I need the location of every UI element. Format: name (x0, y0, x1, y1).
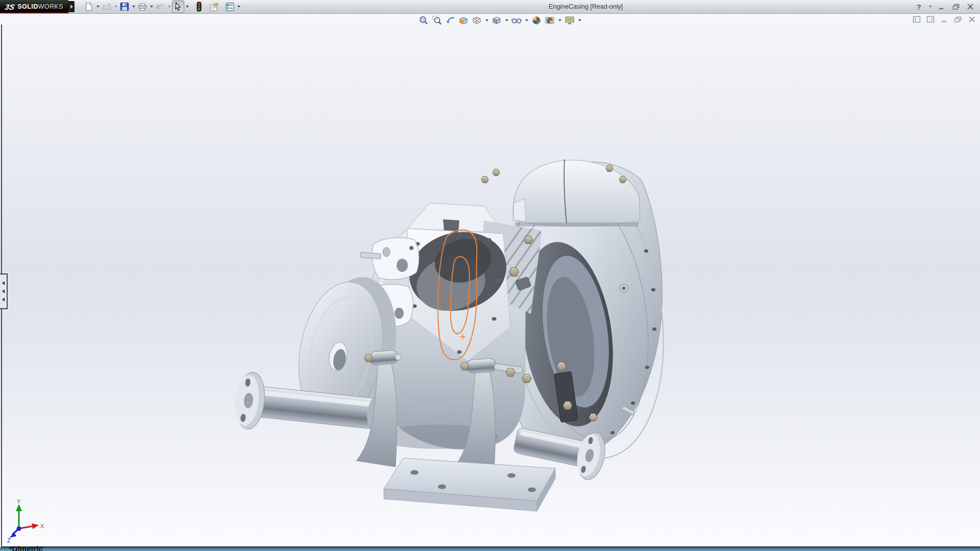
select-dropdown-caret[interactable] (184, 1, 190, 12)
doc-minimize-icon (941, 16, 948, 22)
apply-scene-button[interactable] (544, 15, 556, 26)
zoom-to-fit-button[interactable] (418, 15, 430, 26)
doc-close-icon (968, 16, 975, 22)
main-toolbar (83, 1, 241, 13)
close-icon (967, 4, 974, 10)
triad-y-arrow-icon (16, 504, 22, 511)
window-title: EngineCasing [Read-only] (549, 0, 623, 13)
doc-restore-icon (954, 16, 962, 23)
pane-right-button[interactable] (925, 15, 936, 23)
ds-logo-icon: 3S (4, 3, 15, 11)
undo-dropdown-caret[interactable] (166, 1, 172, 12)
view-settings-button[interactable] (564, 15, 576, 26)
restore-icon (952, 4, 960, 10)
previous-view-icon (445, 15, 455, 26)
minimize-button[interactable] (936, 2, 947, 12)
edit-appearance-button[interactable] (530, 15, 543, 26)
featuremanager-collapse-tab[interactable] (0, 273, 8, 309)
save-floppy-icon (120, 2, 129, 11)
doc-restore-button[interactable] (953, 15, 963, 23)
display-style-caret[interactable] (504, 15, 509, 26)
pane-left-button[interactable] (912, 15, 922, 23)
view-orientation-caret[interactable] (484, 15, 489, 26)
brand-name: SOLIDWORKS (17, 3, 63, 10)
view-orientation-label: *Dimetric (9, 544, 43, 551)
display-style-cube-icon (492, 15, 502, 26)
model-engine-casing[interactable] (0, 13, 980, 551)
collapse-arrow-icon (2, 281, 5, 285)
undo-button[interactable] (154, 1, 166, 13)
triad-x-label: X (40, 523, 44, 529)
print-dropdown-caret[interactable] (149, 1, 154, 12)
pane-left-icon (913, 16, 921, 23)
display-style-button[interactable] (491, 15, 503, 26)
heads-up-view-toolbar (418, 15, 582, 26)
rebuild-button[interactable] (193, 1, 205, 13)
brand-light: WORKS (38, 3, 63, 10)
base-plate[interactable] (384, 458, 555, 511)
save-button[interactable] (118, 1, 131, 13)
print-button[interactable] (136, 1, 149, 13)
brand-bold: SOLID (17, 3, 38, 10)
undo-icon (155, 2, 165, 11)
new-document-icon (84, 2, 93, 11)
help-button[interactable]: ? (913, 2, 924, 12)
graphics-viewport[interactable]: Y X Z *Dimetric (0, 13, 980, 551)
reference-triad: Y X Z (4, 499, 48, 543)
hide-show-items-button[interactable] (510, 15, 523, 26)
previous-view-button[interactable] (444, 15, 456, 26)
help-dropdown-caret[interactable] (927, 1, 933, 12)
title-bar: 3S SOLIDWORKS (0, 0, 980, 14)
options-button[interactable] (224, 1, 236, 13)
triad-x-arrow-icon (32, 523, 39, 529)
apply-scene-icon (545, 15, 555, 26)
view-settings-caret[interactable] (577, 15, 582, 26)
close-button[interactable] (965, 2, 976, 12)
doc-close-button[interactable] (967, 15, 977, 23)
hide-show-items-caret[interactable] (524, 15, 529, 26)
menu-flyout-button[interactable] (68, 1, 75, 12)
rebuild-traffic-light-icon (196, 2, 202, 12)
new-dropdown-caret[interactable] (95, 1, 101, 12)
zoom-to-area-icon (432, 15, 442, 26)
view-orientation-button[interactable] (471, 15, 483, 26)
print-icon (137, 2, 148, 11)
file-properties-button[interactable] (208, 1, 220, 13)
options-list-icon (225, 2, 235, 12)
restore-button[interactable] (950, 2, 962, 12)
file-properties-icon (209, 2, 219, 12)
select-button[interactable] (172, 1, 184, 13)
pane-right-icon (926, 16, 935, 23)
document-window-controls (912, 15, 977, 23)
view-orientation-cube-icon (472, 15, 482, 26)
solidworks-logo: 3S SOLIDWORKS (0, 0, 68, 13)
open-folder-icon (102, 2, 112, 11)
appearance-sphere-icon (531, 15, 542, 26)
options-dropdown-caret[interactable] (236, 1, 241, 12)
open-button[interactable] (101, 1, 113, 13)
new-document-button[interactable] (83, 1, 95, 13)
zoom-to-fit-icon (419, 15, 429, 26)
view-settings-monitor-icon (565, 15, 575, 26)
statusbar-edge (0, 547, 980, 551)
select-cursor-icon (174, 2, 182, 11)
help-icon: ? (916, 3, 921, 11)
flyout-arrow-icon (70, 5, 73, 9)
window-controls: ? (913, 0, 976, 13)
eyeglasses-icon (511, 15, 522, 26)
triad-y-label: Y (17, 499, 21, 505)
collapse-arrow-icon (2, 297, 5, 302)
minimize-icon (938, 4, 945, 10)
save-dropdown-caret[interactable] (131, 1, 136, 12)
section-view-icon (458, 15, 469, 26)
section-view-button[interactable] (457, 15, 470, 26)
triad-z-label: Z (7, 537, 11, 543)
apply-scene-caret[interactable] (557, 15, 562, 26)
doc-minimize-button[interactable] (939, 15, 949, 23)
collapse-arrow-icon (2, 289, 5, 293)
open-dropdown-caret[interactable] (113, 1, 118, 12)
zoom-to-area-button[interactable] (431, 15, 443, 26)
